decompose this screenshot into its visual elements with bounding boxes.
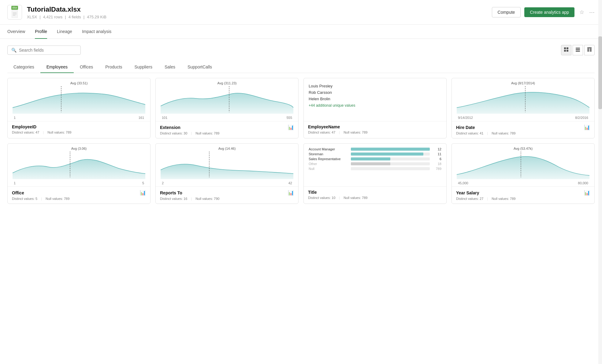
svg-rect-7	[567, 50, 568, 52]
field-name-extension: Extension 📊	[160, 124, 294, 130]
bar-label-null: Null	[309, 167, 348, 171]
field-name-employeename: EmployeeName	[308, 124, 442, 129]
tab-overview[interactable]: Overview	[7, 25, 25, 39]
list-view-button[interactable]	[573, 45, 583, 55]
bar-label-1: Account Manager	[309, 147, 348, 151]
bar-track-null	[351, 167, 430, 170]
card-chart-reportsto: Avg (14.46) 242	[156, 144, 298, 186]
cat-tab-employees[interactable]: Employees	[40, 61, 74, 73]
card-yearsalary: Avg (53.47k) 45,00080,000	[452, 143, 595, 204]
card-employeename: Louis Presley Rob Carsson Helen Brolin +…	[303, 78, 447, 138]
bar-value-other: 18	[432, 162, 441, 166]
bar-fill-1	[351, 148, 430, 151]
bar-row-other: Other 18	[309, 162, 441, 166]
card-title: Account Manager 12 Storeman 11	[303, 143, 447, 204]
cat-tab-suppliers[interactable]: Suppliers	[128, 61, 158, 73]
svg-rect-16	[587, 51, 589, 52]
chart-icon-hiredate[interactable]: 📊	[584, 124, 590, 130]
svg-rect-10	[576, 51, 580, 52]
card-employeeid: Avg (33.51) 1161	[7, 78, 150, 138]
field-meta-reportsto: Distinct values: 16 | Null values: 790	[160, 197, 294, 200]
field-meta-employeeid: Distinct values: 47 | Null values: 789	[12, 131, 146, 134]
chart-avg-label: Avg (33.51)	[70, 81, 88, 85]
card-footer-hiredate: Hire Date 📊 Distinct values: 41 | Null v…	[452, 121, 594, 138]
search-input[interactable]	[19, 48, 77, 53]
chart-icon-office[interactable]: 📊	[140, 190, 146, 196]
create-analytics-button[interactable]: Create analytics app	[524, 7, 574, 17]
card-footer-title: Title Distinct values: 10 | Null values:…	[304, 186, 446, 203]
field-meta-hiredate: Distinct values: 41 | Null values: 789	[456, 131, 590, 135]
file-rows: 4,421 rows	[43, 15, 63, 19]
bar-track-3	[351, 157, 430, 160]
cat-tab-offices[interactable]: Offices	[74, 61, 99, 73]
file-fields: 4 fields	[69, 15, 81, 19]
cat-tab-supportcalls[interactable]: SupportCalls	[181, 61, 218, 73]
tab-lineage[interactable]: Lineage	[57, 25, 72, 39]
file-meta: XLSX | 4,421 rows | 4 fields | 475.29 Ki…	[27, 15, 492, 19]
bar-row-2: Storeman 11	[309, 152, 441, 156]
compute-button[interactable]: Compute	[492, 7, 521, 17]
card-office: Avg (3.06) 15	[7, 143, 150, 204]
scrollbar-thumb[interactable]	[598, 36, 602, 109]
tab-impact-analysis[interactable]: Impact analysis	[82, 25, 111, 39]
card-footer-extension: Extension 📊 Distinct values: 30 | Null v…	[156, 121, 298, 138]
chart-icon-reportsto[interactable]: 📊	[288, 190, 294, 196]
card-chart-employeename: Louis Presley Rob Carsson Helen Brolin +…	[304, 78, 446, 121]
field-name-office: Office 📊	[12, 190, 146, 196]
file-type: XLSX	[27, 15, 37, 19]
card-hiredate: Avg (8/17/2014) 9/14/20128	[452, 78, 595, 138]
file-size: 475.29 KiB	[87, 15, 106, 19]
bar-value-1: 12	[432, 147, 441, 151]
field-meta-extension: Distinct values: 30 | Null values: 789	[160, 131, 294, 135]
file-type-badge: xlsx	[11, 6, 18, 10]
cat-tab-products[interactable]: Products	[99, 61, 128, 73]
bar-track-1	[351, 148, 430, 151]
text-more-link[interactable]: +44 additional unique values	[309, 103, 441, 108]
field-meta-title: Distinct values: 10 | Null values: 789	[308, 196, 442, 200]
more-options-icon[interactable]: ⋯	[589, 9, 595, 16]
card-chart-extension: Avg (311.23) 101555	[156, 78, 298, 121]
chart-avg-hiredate: Avg (8/17/2014)	[511, 81, 535, 85]
favorite-icon[interactable]: ☆	[579, 9, 584, 16]
grid-view-button[interactable]	[561, 45, 571, 55]
svg-rect-5	[567, 47, 568, 49]
field-meta-office: Distinct values: 5 | Null values: 789	[12, 197, 146, 200]
card-footer-yearsalary: Year Salary 📊 Distinct values: 27 | Null…	[452, 186, 594, 204]
text-value-3: Helen Brolin	[309, 96, 441, 102]
bar-row-1: Account Manager 12	[309, 147, 441, 151]
cat-tab-categories[interactable]: Categories	[7, 61, 40, 73]
svg-rect-12	[587, 49, 589, 50]
field-name-title: Title	[308, 190, 442, 195]
card-chart-title: Account Manager 12 Storeman 11	[304, 144, 446, 186]
card-footer-employeename: EmployeeName Distinct values: 47 | Null …	[304, 121, 446, 137]
cat-tab-sales[interactable]: Sales	[158, 61, 181, 73]
chart-icon-extension[interactable]: 📊	[288, 124, 294, 130]
bar-value-null: 789	[432, 167, 441, 171]
bar-track-2	[351, 153, 430, 156]
bar-fill-3	[351, 157, 390, 160]
bar-row-null: Null 789	[309, 167, 441, 171]
content-area: 🔍	[0, 39, 602, 210]
chart-icon-yearsalary[interactable]: 📊	[584, 190, 590, 196]
field-meta-employeename: Distinct values: 47 | Null values: 789	[308, 131, 442, 134]
svg-rect-17	[590, 51, 592, 52]
cards-grid: Avg (33.51) 1161	[7, 78, 595, 204]
table-view-button[interactable]	[584, 45, 595, 55]
tab-profile[interactable]: Profile	[35, 25, 47, 39]
search-icon: 🔍	[11, 48, 17, 53]
card-footer-reportsto: Reports To 📊 Distinct values: 16 | Null …	[156, 186, 298, 204]
search-box[interactable]: 🔍	[7, 46, 81, 55]
bar-value-3: 6	[432, 157, 441, 161]
header-actions: Compute Create analytics app ☆ ⋯	[492, 7, 595, 17]
chart-avg-yearsalary: Avg (53.47k)	[514, 147, 533, 150]
card-footer-employeeid: EmployeeID Distinct values: 47 | Null va…	[8, 121, 150, 137]
svg-rect-14	[587, 50, 589, 51]
bar-label-other: Other	[309, 162, 348, 166]
scrollbar[interactable]	[598, 0, 602, 210]
file-icon: xlsx	[7, 5, 22, 20]
svg-rect-11	[587, 47, 592, 48]
file-info: TutorialData.xlsx XLSX | 4,421 rows | 4 …	[27, 6, 492, 19]
text-value-2: Rob Carsson	[309, 90, 441, 96]
chart-avg-office: Avg (3.06)	[71, 147, 87, 150]
card-chart-yearsalary: Avg (53.47k) 45,00080,000	[452, 144, 594, 186]
